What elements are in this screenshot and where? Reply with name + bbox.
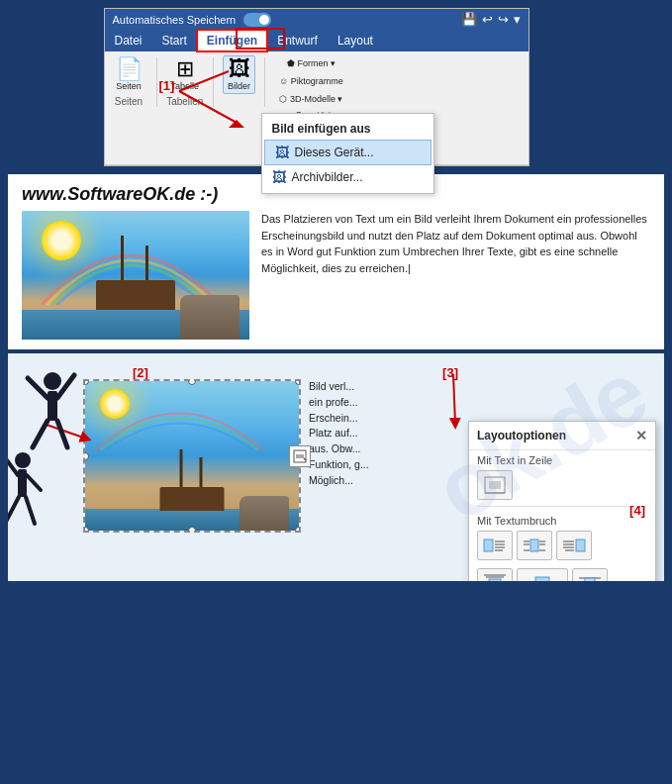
svg-rect-27 (530, 539, 538, 551)
label-1: [1] (159, 78, 175, 93)
wrap-center-icon (523, 536, 546, 555)
formen-button[interactable]: ⬟ Formen ▾ (274, 55, 348, 71)
handle-tr[interactable] (295, 379, 301, 385)
layout-quadrat[interactable]: Quadrat (517, 568, 568, 581)
arrow-3-svg (404, 369, 463, 434)
dropdown-header: Bild einfügen aus (262, 118, 433, 140)
svg-line-11 (26, 497, 35, 524)
seiten-button[interactable]: 📄 Seiten (111, 55, 147, 94)
dropdown-item-label-1: Dieses Gerät... (295, 146, 374, 159)
layout-trigger-button[interactable] (289, 445, 311, 467)
menu-layout[interactable]: Layout (328, 30, 383, 51)
annotation-1: [1] (159, 76, 278, 149)
handle-bc[interactable] (188, 527, 196, 533)
svg-rect-43 (535, 577, 549, 581)
layout-square-left[interactable] (477, 531, 513, 560)
svg-rect-1 (48, 391, 57, 421)
menu-datei[interactable]: Datei (105, 30, 152, 51)
divider-1 (156, 57, 157, 107)
layout-close-button[interactable]: ✕ (635, 428, 647, 443)
dropdown-item-dieses-geraet[interactable]: 🖼 Dieses Gerät... (264, 140, 432, 165)
arrowhead-1 (229, 120, 244, 128)
handle-br[interactable] (295, 527, 301, 533)
redo-icon[interactable]: ↪ (498, 12, 509, 27)
bottom-rocks (240, 496, 289, 531)
title-icons: 💾 ↩ ↪ ▾ (461, 12, 521, 27)
dancer-svg (8, 353, 82, 551)
rocks (180, 295, 240, 340)
layout-panel-header: Layoutoptionen ✕ (469, 422, 655, 450)
label-4-container: [4] (629, 501, 645, 519)
doc-body: Das Platzieren von Text um ein Bild verl… (22, 211, 650, 340)
toggle-knob (259, 15, 269, 25)
layout-behind[interactable] (572, 568, 608, 581)
layout-square-right[interactable] (556, 531, 592, 560)
svg-rect-7 (18, 469, 27, 497)
cursor (408, 262, 411, 274)
doc-section: www.SoftwareOK.de :-) (8, 174, 664, 349)
svg-rect-20 (489, 481, 501, 489)
label-2: [2] (133, 365, 148, 380)
svg-rect-22 (484, 539, 493, 551)
seiten-group-label: Seiten (115, 96, 143, 107)
undo-icon[interactable]: ↩ (482, 12, 493, 27)
doc-body-text: Das Platzieren von Text um ein Bild verl… (261, 213, 647, 274)
autosave-toggle[interactable] (243, 13, 271, 27)
shipwreck-scene (22, 211, 249, 340)
toggle-track (243, 13, 271, 27)
svg-rect-48 (585, 578, 595, 581)
layout-panel-title: Layoutoptionen (477, 429, 566, 442)
wrap-left-icon (483, 536, 507, 555)
bottom-section: [2] (8, 353, 664, 581)
layout-divider-1 (477, 506, 647, 507)
svg-line-5 (57, 421, 67, 447)
bottom-ship (160, 451, 225, 511)
layout-inline-option[interactable] (477, 470, 513, 500)
layout-square-center[interactable] (517, 531, 552, 560)
svg-line-4 (33, 421, 48, 447)
doc-text: Das Platzieren von Text um ein Bild verl… (261, 211, 650, 276)
dancer-1 (28, 372, 74, 447)
piktogramme-label: ☺ Piktogramme (279, 76, 343, 86)
ribbon-section: Automatisches Speichern 💾 ↩ ↪ ▾ Datei St… (104, 8, 529, 166)
menu-start[interactable]: Start (152, 30, 197, 51)
page-icon: 📄 (116, 58, 143, 80)
quadrat-icon (530, 573, 554, 581)
bottom-image[interactable] (83, 379, 301, 533)
title-bar: Automatisches Speichern 💾 ↩ ↪ ▾ (105, 9, 528, 30)
3d-label: ⬡ 3D-Modelle ▾ (279, 94, 342, 104)
svg-point-0 (44, 372, 61, 390)
inline-options-row (469, 468, 655, 502)
seiten-label: Seiten (116, 81, 142, 91)
layout-section-wrap: Mit Textumbruch (469, 511, 655, 529)
ship-body (96, 280, 175, 310)
arrow-1-svg (159, 76, 278, 146)
bottom-body-text: Bild verl...ein profe...Erschein...Platz… (309, 380, 369, 486)
piktogramme-button[interactable]: ☺ Piktogramme (274, 73, 348, 89)
wrap-options-row-1 (469, 529, 655, 562)
layout-trigger-icon (293, 449, 307, 463)
bottom-doc: [2] (83, 361, 656, 573)
arrow-line-2 (179, 91, 239, 124)
dancer-2 (8, 452, 41, 524)
ship-mast-2 (145, 245, 148, 285)
doc-content: www.SoftwareOK.de :-) (22, 184, 650, 340)
bottom-ship-body (160, 487, 225, 511)
layout-topbottom[interactable] (477, 568, 513, 581)
save-icon[interactable]: 💾 (461, 12, 477, 27)
bottom-mast-2 (200, 457, 203, 489)
archive-icon: 🖼 (272, 169, 286, 185)
inline-icon (483, 475, 507, 495)
more-icon[interactable]: ▾ (514, 12, 521, 27)
label-4: [4] (629, 503, 645, 518)
ribbon-group-seiten: 📄 Seiten Seiten (111, 55, 147, 107)
svg-line-10 (8, 497, 19, 524)
svg-rect-34 (576, 539, 585, 551)
bottom-mast-1 (180, 449, 183, 489)
bottom-shipwreck (85, 381, 299, 531)
dropdown-item-archivbilder[interactable]: 🖼 Archivbilder... (262, 165, 433, 189)
wrap-right-icon (562, 536, 586, 555)
3d-modelle-button[interactable]: ⬡ 3D-Modelle ▾ (274, 91, 348, 107)
wrap-options-row-2: Quadrat (469, 566, 655, 581)
dropdown-item-label-2: Archivbilder... (292, 170, 363, 184)
